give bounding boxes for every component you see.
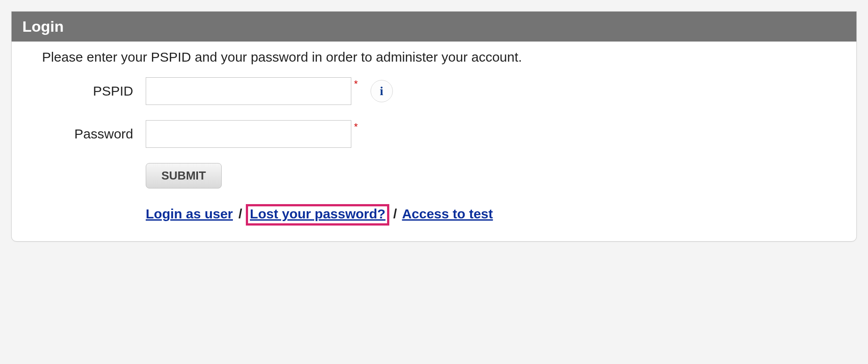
lost-password-highlight: Lost your password? [246,204,389,226]
link-separator-2: / [393,206,397,221]
lost-password-link[interactable]: Lost your password? [250,206,385,221]
panel-body: Please enter your PSPID and your passwor… [12,42,856,241]
link-separator-1: / [238,206,242,221]
password-label: Password [34,126,146,142]
submit-row: SUBMIT [146,163,834,188]
password-row: Password * [34,120,834,148]
login-panel: Login Please enter your PSPID and your p… [11,11,857,242]
links-row: Login as user / Lost your password? / Ac… [146,206,834,223]
login-as-user-link[interactable]: Login as user [146,206,233,221]
intro-text: Please enter your PSPID and your passwor… [42,50,834,65]
submit-button[interactable]: SUBMIT [146,163,222,188]
pspid-label: PSPID [34,84,146,99]
password-input[interactable] [146,120,351,148]
pspid-input[interactable] [146,77,351,105]
password-field-wrap: * [146,120,358,148]
panel-title: Login [12,12,856,42]
info-icon[interactable]: i [371,80,393,102]
pspid-field-wrap: * i [146,77,393,105]
pspid-row: PSPID * i [34,77,834,105]
password-required-mark: * [354,120,358,133]
pspid-required-mark: * [354,77,358,90]
access-to-test-link[interactable]: Access to test [402,206,493,221]
